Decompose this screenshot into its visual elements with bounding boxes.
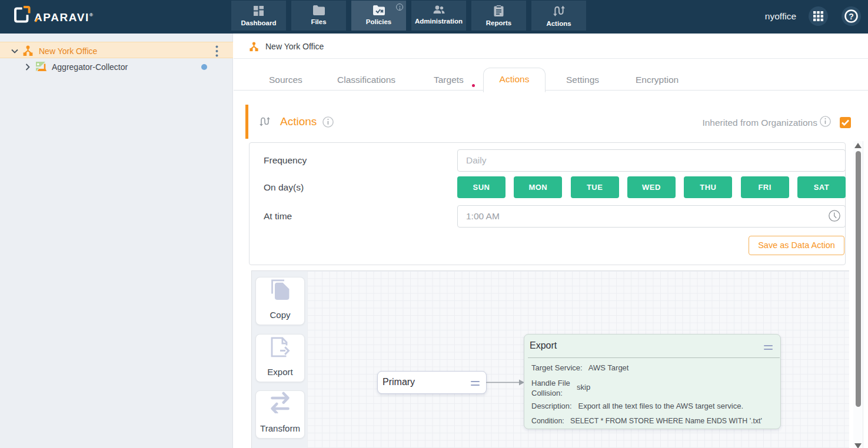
svg-text:?: ? (849, 12, 854, 21)
